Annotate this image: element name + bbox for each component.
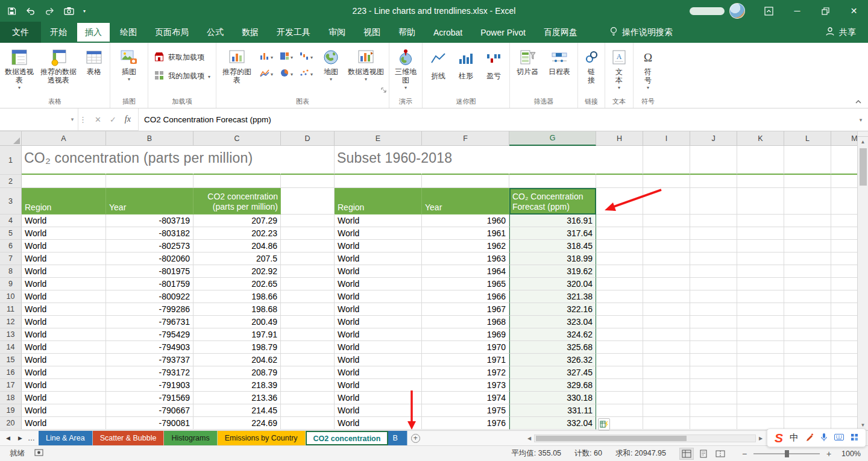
cell-J13[interactable] <box>690 328 737 341</box>
cell-E4[interactable]: World <box>335 215 422 227</box>
cell-H5[interactable] <box>596 227 643 240</box>
cell-C5[interactable]: 202.23 <box>193 227 281 240</box>
cell-H3[interactable] <box>596 188 643 215</box>
sheet-tab-Scatter & Bubble[interactable]: Scatter & Bubble <box>93 431 165 445</box>
cell-K8[interactable] <box>737 265 784 278</box>
row-header-12[interactable]: 12 <box>0 316 22 328</box>
ribbon-tab-绘图[interactable]: 绘图 <box>111 22 146 43</box>
recommended-pivottables-button[interactable]: 推荐的数据透视表 <box>37 44 80 96</box>
row-header-19[interactable]: 19 <box>0 404 22 417</box>
cell-C14[interactable]: 198.79 <box>193 341 281 354</box>
column-header-L[interactable]: L <box>784 131 831 146</box>
zoom-percent[interactable]: 100% <box>838 450 861 458</box>
cell-B16[interactable]: -793172 <box>106 366 193 379</box>
cell-I19[interactable] <box>643 404 690 417</box>
sheet-nav-more-icon[interactable]: … <box>27 434 36 442</box>
cell-J9[interactable] <box>690 278 737 290</box>
pen-icon[interactable] <box>805 433 814 443</box>
cell-K18[interactable] <box>737 392 784 404</box>
column-header-A[interactable]: A <box>22 131 106 146</box>
cell-I3[interactable] <box>643 188 690 215</box>
cell-H9[interactable] <box>596 278 643 290</box>
cell-E7[interactable]: World <box>335 252 422 265</box>
3d-map-button[interactable]: 三维地图 ▾ <box>391 44 420 96</box>
column-header-D[interactable]: D <box>281 131 335 146</box>
cell-H10[interactable] <box>596 290 643 303</box>
cell-D12[interactable] <box>281 316 335 328</box>
cell-I17[interactable] <box>643 379 690 392</box>
cell-B20[interactable]: -790081 <box>106 417 193 430</box>
quick-analysis-button[interactable] <box>598 418 610 430</box>
cell-I11[interactable] <box>643 303 690 316</box>
cell-B18[interactable]: -791569 <box>106 392 193 404</box>
column-header-K[interactable]: K <box>737 131 784 146</box>
cell-H14[interactable] <box>596 341 643 354</box>
cell-E14[interactable]: World <box>335 341 422 354</box>
cancel-icon[interactable]: ✕ <box>95 115 101 124</box>
cell-A8[interactable]: World <box>22 265 106 278</box>
cell-H16[interactable] <box>596 366 643 379</box>
cell-F3[interactable]: Year <box>422 188 509 215</box>
page-break-preview-button[interactable] <box>713 448 728 460</box>
cell-E16[interactable]: World <box>335 366 422 379</box>
cell-B6[interactable]: -802573 <box>106 240 193 252</box>
scroll-right-icon[interactable]: ▶ <box>756 436 766 441</box>
cell-L14[interactable] <box>784 341 831 354</box>
cell-H18[interactable] <box>596 392 643 404</box>
cell-D1[interactable] <box>281 146 335 175</box>
cell-B10[interactable]: -800922 <box>106 290 193 303</box>
row-header-11[interactable]: 11 <box>0 303 22 316</box>
enter-icon[interactable]: ✓ <box>110 115 116 124</box>
cell-A13[interactable]: World <box>22 328 106 341</box>
cell-K5[interactable] <box>737 227 784 240</box>
link-button[interactable]: 链接 <box>580 44 603 96</box>
cell-L7[interactable] <box>784 252 831 265</box>
zoom-slider[interactable] <box>753 453 820 454</box>
cell-H17[interactable] <box>596 379 643 392</box>
cell-B17[interactable]: -791903 <box>106 379 193 392</box>
cell-A7[interactable]: World <box>22 252 106 265</box>
save-icon[interactable] <box>7 7 16 16</box>
ribbon-tab-开始[interactable]: 开始 <box>41 22 76 43</box>
cell-D18[interactable] <box>281 392 335 404</box>
ribbon-tab-帮助[interactable]: 帮助 <box>389 22 424 43</box>
sparkline-line-button[interactable]: 折线 <box>424 44 452 81</box>
cell-F8[interactable]: 1964 <box>422 265 509 278</box>
cell-D15[interactable] <box>281 354 335 366</box>
cell-K12[interactable] <box>737 316 784 328</box>
cell-J15[interactable] <box>690 354 737 366</box>
cell-D8[interactable] <box>281 265 335 278</box>
restore-icon[interactable] <box>811 0 840 22</box>
cell-F15[interactable]: 1971 <box>422 354 509 366</box>
cell-G13[interactable]: 324.62 <box>509 328 596 341</box>
cell-E8[interactable]: World <box>335 265 422 278</box>
cell-B8[interactable]: -801975 <box>106 265 193 278</box>
cell-C2[interactable] <box>193 175 281 188</box>
sheet-tab-B[interactable]: B <box>388 431 407 445</box>
illustrations-button[interactable]: 插图 ▾ <box>112 44 146 96</box>
cell-L11[interactable] <box>784 303 831 316</box>
cell-L10[interactable] <box>784 290 831 303</box>
status-count[interactable]: 计数: 60 <box>574 448 602 459</box>
row-header-16[interactable]: 16 <box>0 366 22 379</box>
cell-H12[interactable] <box>596 316 643 328</box>
cell-L1[interactable] <box>784 146 831 175</box>
share-button[interactable]: 共享 <box>825 22 868 43</box>
ribbon-tab-数据[interactable]: 数据 <box>233 22 268 43</box>
recommended-charts-button[interactable]: 推荐的图表 <box>218 44 256 96</box>
cell-G11[interactable]: 322.16 <box>509 303 596 316</box>
tell-me-box[interactable]: 操作说明搜索 <box>609 22 673 43</box>
cell-D20[interactable] <box>281 417 335 430</box>
mic-icon[interactable] <box>820 433 828 444</box>
column-header-G[interactable]: G <box>509 131 596 146</box>
cell-E15[interactable]: World <box>335 354 422 366</box>
formula-bar-resize-handle[interactable]: ⋮ <box>78 108 87 131</box>
cell-A2[interactable] <box>22 175 106 188</box>
cell-E12[interactable]: World <box>335 316 422 328</box>
sheet-nav-left-icon[interactable]: ◀ <box>3 435 13 441</box>
row-header-6[interactable]: 6 <box>0 240 22 252</box>
cell-B4[interactable]: -803719 <box>106 215 193 227</box>
maps-button[interactable]: 地图 ▾ <box>317 44 345 96</box>
cell-L19[interactable] <box>784 404 831 417</box>
cell-I16[interactable] <box>643 366 690 379</box>
